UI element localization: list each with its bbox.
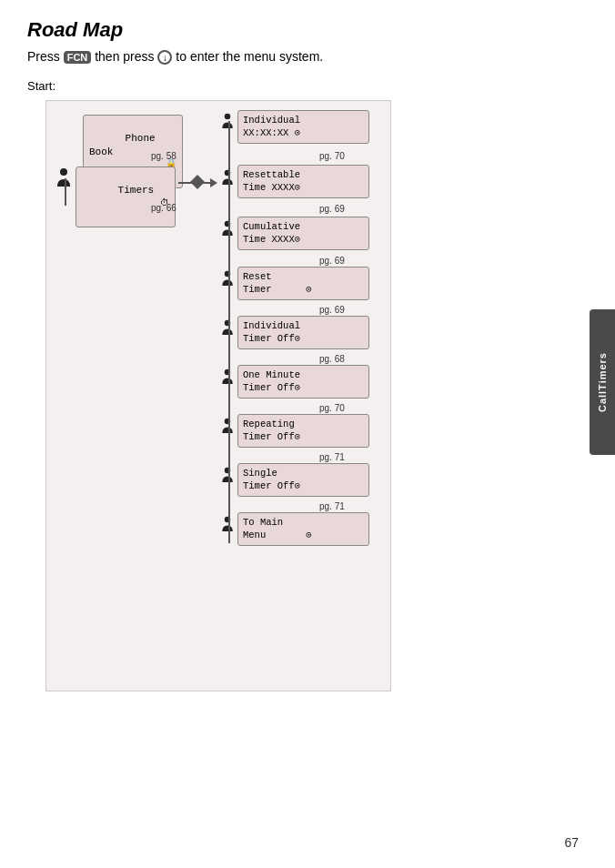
road-map-diagram: Phone Book 🔒 pg. 58 Timers ⏱ pg. 66 xyxy=(45,100,391,691)
intro-text-before: Press xyxy=(27,49,64,64)
reset-nav-icon xyxy=(219,267,236,291)
timers-label: Timers xyxy=(118,185,155,196)
main-menu-nav-icon xyxy=(219,513,236,537)
resettable-nav-icon xyxy=(219,167,236,190)
individual-timer-pg: pg. 70 xyxy=(319,151,345,161)
one-min-pg: pg. 70 xyxy=(319,403,345,413)
timers-box: Timers ⏱ xyxy=(76,167,176,227)
page-number: 67 xyxy=(564,835,579,850)
single-nav-icon xyxy=(219,464,236,488)
timers-pg: pg. 66 xyxy=(151,203,176,213)
reset-pg: pg. 69 xyxy=(319,305,345,315)
circle-button-icon: ↓ xyxy=(157,50,172,65)
svg-point-0 xyxy=(60,168,67,176)
repeating-box: Repeating Timer Off⊙ xyxy=(237,414,369,448)
resettable-box: Resettable Time XXXX⊙ xyxy=(237,165,369,198)
cumulative-pg: pg. 69 xyxy=(319,256,345,266)
start-label: Start: xyxy=(27,79,582,93)
tab-label: CallTimers xyxy=(597,352,608,412)
one-minute-box: One Minute Timer Off⊙ xyxy=(237,365,369,399)
svg-point-2 xyxy=(225,114,231,120)
reset-timer-box: Reset Timer ⊙ xyxy=(237,267,369,300)
vertical-connector-left xyxy=(65,178,66,206)
repeating-nav-icon xyxy=(219,415,236,439)
vertical-connector xyxy=(228,121,230,543)
ind-timer-off-nav-icon xyxy=(219,317,236,340)
intro-paragraph: Press FCN then press ↓ to enter the menu… xyxy=(27,49,582,65)
single-timer-box: Single Timer Off⊙ xyxy=(237,463,369,497)
individual-timer-box: Individual XX:XX:XX ⊙ xyxy=(237,110,369,144)
one-min-nav-icon xyxy=(219,366,236,389)
individual-timer-off-box: Individual Timer Off⊙ xyxy=(237,316,369,349)
ind-timer-off-pg: pg. 68 xyxy=(319,354,345,364)
timers-nav-icon xyxy=(54,167,74,190)
individual-nav-icon xyxy=(219,110,236,134)
cumulative-nav-icon xyxy=(219,217,236,241)
page-title: Road Map xyxy=(27,18,582,42)
svg-marker-1 xyxy=(190,175,205,189)
resettable-pg: pg. 69 xyxy=(319,204,345,214)
repeating-pg: pg. 71 xyxy=(319,452,345,462)
nav-diamond xyxy=(190,175,205,193)
cumulative-box: Cumulative Time XXXX⊙ xyxy=(237,217,369,250)
intro-text-after: to enter the menu system. xyxy=(172,49,323,64)
right-tab: CallTimers xyxy=(590,309,615,455)
fcn-button-label: FCN xyxy=(64,51,92,64)
phone-book-label: Phone Book xyxy=(89,133,156,156)
phone-book-pg: pg. 58 xyxy=(151,151,176,161)
single-pg: pg. 71 xyxy=(319,501,345,511)
main-content: Road Map Press FCN then press ↓ to enter… xyxy=(27,18,582,691)
intro-text-middle: then press xyxy=(91,49,157,64)
to-main-menu-box: To Main Menu ⊙ xyxy=(237,512,369,546)
